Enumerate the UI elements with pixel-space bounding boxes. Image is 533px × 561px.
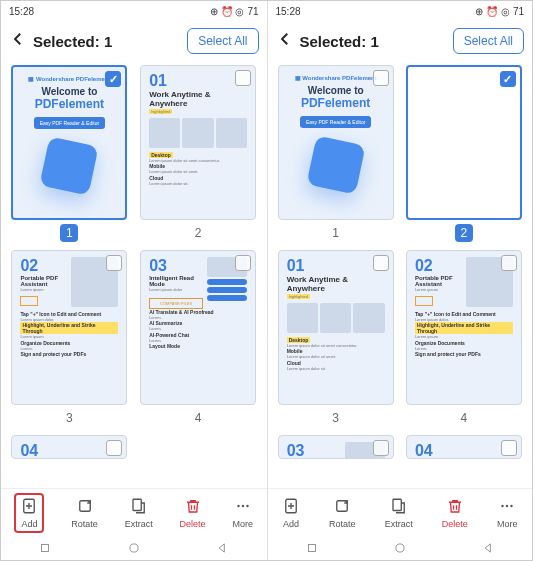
tool-label: More bbox=[497, 519, 518, 529]
header: Selected: 1 Select All bbox=[268, 21, 533, 61]
page-thumbnail[interactable]: ▦ Wondershare PDFelementWelcome toPDFele… bbox=[276, 65, 396, 242]
page-checkbox[interactable] bbox=[106, 255, 122, 271]
tool-label: Add bbox=[283, 519, 299, 529]
page-thumbnail[interactable]: 04More bbox=[404, 435, 524, 459]
page-number: 2 bbox=[189, 224, 207, 242]
android-navbar bbox=[268, 536, 533, 560]
select-all-button[interactable]: Select All bbox=[187, 28, 258, 54]
status-bar: 15:28 ⊕ ⏰ ◎ 71 bbox=[268, 1, 533, 21]
page-checkbox[interactable] bbox=[105, 71, 121, 87]
page-thumbnail[interactable]: 03Intelligent Read ModeLorem ipsum dolor… bbox=[276, 435, 396, 459]
add-button[interactable]: Add bbox=[282, 497, 300, 529]
back-nav-icon[interactable] bbox=[215, 541, 229, 555]
home-icon[interactable] bbox=[127, 541, 141, 555]
delete-icon bbox=[446, 497, 464, 517]
status-time: 15:28 bbox=[9, 6, 34, 17]
add-button[interactable]: Add bbox=[14, 493, 44, 533]
tool-label: Add bbox=[21, 519, 37, 529]
home-icon[interactable] bbox=[393, 541, 407, 555]
page-checkbox[interactable] bbox=[373, 70, 389, 86]
page-number: 4 bbox=[455, 409, 473, 427]
svg-point-5 bbox=[246, 504, 248, 506]
left-pane: 15:28 ⊕ ⏰ ◎ 71 Selected: 1 Select All ▦ … bbox=[1, 1, 267, 560]
back-icon[interactable] bbox=[276, 30, 294, 52]
rotate-button[interactable]: Rotate bbox=[71, 497, 98, 529]
back-icon[interactable] bbox=[9, 30, 27, 52]
add-icon bbox=[20, 497, 38, 517]
page-thumbnail[interactable]: 01Work Anytime & AnywherehighlightedDesk… bbox=[138, 65, 259, 242]
right-pane: 15:28 ⊕ ⏰ ◎ 71 Selected: 1 Select All ▦ … bbox=[267, 1, 533, 560]
page-number: 1 bbox=[60, 224, 78, 242]
page-number: 4 bbox=[189, 409, 207, 427]
header: Selected: 1 Select All bbox=[1, 21, 267, 61]
selected-count: Selected: 1 bbox=[33, 33, 112, 50]
svg-rect-6 bbox=[42, 545, 49, 552]
svg-point-13 bbox=[510, 504, 512, 506]
status-bar: 15:28 ⊕ ⏰ ◎ 71 bbox=[1, 1, 267, 21]
recent-icon[interactable] bbox=[305, 541, 319, 555]
toolbar: AddRotateExtractDeleteMore bbox=[268, 488, 533, 536]
page-checkbox[interactable] bbox=[501, 440, 517, 456]
toolbar: AddRotateExtractDeleteMore bbox=[1, 488, 267, 536]
svg-point-3 bbox=[237, 504, 239, 506]
status-icons: ⊕ ⏰ ◎ 71 bbox=[475, 6, 524, 17]
tool-label: Delete bbox=[442, 519, 468, 529]
page-thumbnail[interactable]: 02Portable PDF AssistantLorem ipsum Tap … bbox=[404, 250, 524, 427]
page-thumbnail[interactable]: 03Intelligent Read ModeLorem ipsum dolor… bbox=[138, 250, 259, 427]
rotate-button[interactable]: Rotate bbox=[329, 497, 356, 529]
more-button[interactable]: More bbox=[233, 497, 254, 529]
more-icon bbox=[498, 497, 516, 517]
page-thumbnail[interactable]: 01Work Anytime & AnywherehighlightedDesk… bbox=[276, 250, 396, 427]
tool-label: Rotate bbox=[71, 519, 98, 529]
page-thumbnail[interactable]: 04More bbox=[9, 435, 130, 459]
more-button[interactable]: More bbox=[497, 497, 518, 529]
rotate-icon bbox=[333, 497, 351, 517]
selected-count: Selected: 1 bbox=[300, 33, 379, 50]
android-navbar bbox=[1, 536, 267, 560]
status-icons: ⊕ ⏰ ◎ 71 bbox=[210, 6, 259, 17]
page-grid: ▦ Wondershare PDFelementWelcome toPDFele… bbox=[268, 61, 533, 488]
page-thumbnail[interactable]: ▦ Wondershare PDFelementWelcome toPDFele… bbox=[9, 65, 130, 242]
status-time: 15:28 bbox=[276, 6, 301, 17]
svg-rect-10 bbox=[393, 499, 401, 510]
select-all-button[interactable]: Select All bbox=[453, 28, 524, 54]
delete-icon bbox=[184, 497, 202, 517]
tool-label: Rotate bbox=[329, 519, 356, 529]
page-number: 3 bbox=[60, 409, 78, 427]
rotate-icon bbox=[76, 497, 94, 517]
svg-point-4 bbox=[242, 504, 244, 506]
page-thumbnail[interactable]: 2 bbox=[404, 65, 524, 242]
page-number: 2 bbox=[455, 224, 473, 242]
tool-label: Extract bbox=[125, 519, 153, 529]
page-checkbox[interactable] bbox=[373, 440, 389, 456]
svg-point-11 bbox=[501, 504, 503, 506]
tool-label: More bbox=[233, 519, 254, 529]
extract-icon bbox=[130, 497, 148, 517]
svg-rect-14 bbox=[308, 545, 315, 552]
svg-point-7 bbox=[130, 544, 138, 552]
page-thumbnail[interactable]: 02Portable PDF AssistantLorem ipsum Tap … bbox=[9, 250, 130, 427]
svg-point-12 bbox=[506, 504, 508, 506]
page-checkbox[interactable] bbox=[235, 255, 251, 271]
recent-icon[interactable] bbox=[38, 541, 52, 555]
page-checkbox[interactable] bbox=[500, 71, 516, 87]
page-checkbox[interactable] bbox=[106, 440, 122, 456]
tool-label: Delete bbox=[180, 519, 206, 529]
delete-button[interactable]: Delete bbox=[180, 497, 206, 529]
page-checkbox[interactable] bbox=[373, 255, 389, 271]
extract-button[interactable]: Extract bbox=[385, 497, 413, 529]
add-icon bbox=[282, 497, 300, 517]
page-grid: ▦ Wondershare PDFelementWelcome toPDFele… bbox=[1, 61, 267, 488]
svg-point-15 bbox=[396, 544, 404, 552]
tool-label: Extract bbox=[385, 519, 413, 529]
extract-icon bbox=[390, 497, 408, 517]
page-number: 1 bbox=[327, 224, 345, 242]
svg-rect-2 bbox=[133, 499, 141, 510]
page-checkbox[interactable] bbox=[501, 255, 517, 271]
delete-button[interactable]: Delete bbox=[442, 497, 468, 529]
back-nav-icon[interactable] bbox=[481, 541, 495, 555]
page-checkbox[interactable] bbox=[235, 70, 251, 86]
page-number: 3 bbox=[327, 409, 345, 427]
more-icon bbox=[234, 497, 252, 517]
extract-button[interactable]: Extract bbox=[125, 497, 153, 529]
